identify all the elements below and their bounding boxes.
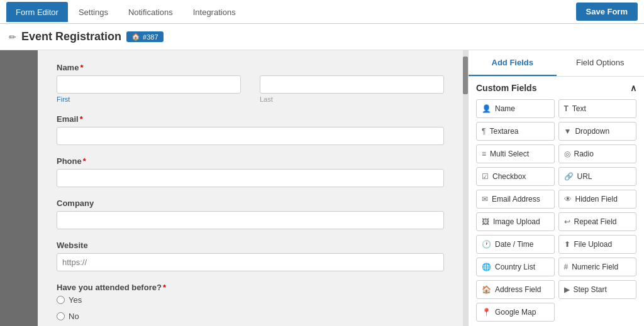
hidden-field-icon: 👁 xyxy=(564,195,572,204)
website-label: Website xyxy=(57,241,444,250)
field-btn-address-field[interactable]: 🏠 Address Field xyxy=(476,280,555,299)
field-btn-radio[interactable]: ◎ Radio xyxy=(558,144,637,163)
form-title: Event Registration xyxy=(21,30,121,43)
radio-yes[interactable]: Yes xyxy=(57,295,444,305)
top-nav: Form Editor Settings Notifications Integ… xyxy=(0,0,644,24)
email-input[interactable] xyxy=(57,127,444,145)
left-gutter xyxy=(0,50,38,326)
attended-radio-group: Yes No xyxy=(57,295,444,324)
company-label: Company xyxy=(57,198,444,208)
custom-fields-section: Custom Fields ∧ 👤 Name T Text ¶ Textarea… xyxy=(469,77,644,326)
field-btn-repeat-field[interactable]: ↩ Repeat Field xyxy=(558,212,637,231)
form-canvas: Name* First Last Email* P xyxy=(38,50,463,326)
form-title-bar: ✏ Event Registration 🏠 #387 xyxy=(0,24,644,50)
website-input[interactable] xyxy=(57,253,444,271)
checkbox-icon: ☑ xyxy=(482,172,489,181)
collapse-icon: ∧ xyxy=(630,83,636,93)
panel-tab-field-options[interactable]: Field Options xyxy=(557,50,645,76)
field-btn-step-start[interactable]: ▶ Step Start xyxy=(558,280,637,299)
edit-icon: ✏ xyxy=(9,32,16,42)
image-upload-icon: 🖼 xyxy=(482,217,489,226)
save-button[interactable]: Save Form xyxy=(576,3,638,21)
radio-no-input[interactable] xyxy=(57,312,65,320)
field-btn-image-upload[interactable]: 🖼 Image Upload xyxy=(476,212,555,231)
main-layout: Name* First Last Email* P xyxy=(0,50,644,326)
radio-no-label: No xyxy=(69,312,79,321)
tab-notifications[interactable]: Notifications xyxy=(119,2,182,22)
field-btn-textarea[interactable]: ¶ Textarea xyxy=(476,122,555,141)
form-id-badge[interactable]: 🏠 #387 xyxy=(126,31,163,42)
phone-label: Phone* xyxy=(57,156,444,166)
country-list-icon: 🌐 xyxy=(482,263,491,271)
dropdown-icon: ▼ xyxy=(564,127,572,136)
name-row: First Last xyxy=(57,75,444,103)
last-name-field: Last xyxy=(260,75,444,103)
field-btn-datetime[interactable]: 🕐 Date / Time xyxy=(476,235,555,254)
email-field-group: Email* xyxy=(57,114,444,145)
google-map-icon: 📍 xyxy=(482,308,491,317)
company-input[interactable] xyxy=(57,211,444,229)
badge-icon: 🏠 xyxy=(131,33,140,41)
file-upload-icon: ⬆ xyxy=(564,240,570,249)
text-icon: T xyxy=(564,104,569,113)
field-btn-text[interactable]: T Text xyxy=(558,99,637,118)
field-btn-hidden-field[interactable]: 👁 Hidden Field xyxy=(558,190,637,209)
attended-field-group: Have you attended before?* Yes No xyxy=(57,283,444,324)
radio-yes-label: Yes xyxy=(69,295,82,305)
step-start-icon: ▶ xyxy=(564,285,570,294)
scroll-thumb[interactable] xyxy=(463,57,468,94)
repeat-field-icon: ↩ xyxy=(564,217,570,226)
tab-integrations[interactable]: Integrations xyxy=(184,2,245,22)
phone-field-group: Phone* xyxy=(57,156,444,187)
radio-no[interactable]: No xyxy=(57,312,444,321)
field-btn-google-map[interactable]: 📍 Google Map xyxy=(476,303,555,322)
first-name-field: First xyxy=(57,75,241,103)
last-name-input[interactable] xyxy=(260,75,444,94)
email-address-icon: ✉ xyxy=(482,195,488,204)
company-field-group: Company xyxy=(57,198,444,229)
field-btn-multiselect[interactable]: ≡ Multi Select xyxy=(476,144,555,163)
first-name-input[interactable] xyxy=(57,75,241,94)
multiselect-icon: ≡ xyxy=(482,149,486,158)
name-icon: 👤 xyxy=(482,104,491,113)
numeric-field-icon: # xyxy=(564,263,569,271)
radio-yes-input[interactable] xyxy=(57,296,65,304)
datetime-icon: 🕐 xyxy=(482,240,491,249)
field-btn-file-upload[interactable]: ⬆ File Upload xyxy=(558,235,637,254)
right-panel: Add Fields Field Options Custom Fields ∧… xyxy=(468,50,644,326)
email-label: Email* xyxy=(57,114,444,124)
website-field-group: Website xyxy=(57,241,444,271)
radio-icon: ◎ xyxy=(564,149,570,158)
scroll-indicator xyxy=(463,50,468,326)
field-btn-dropdown[interactable]: ▼ Dropdown xyxy=(558,122,637,141)
name-label: Name* xyxy=(57,63,444,72)
tab-form-editor[interactable]: Form Editor xyxy=(6,2,68,22)
field-btn-email-address[interactable]: ✉ Email Address xyxy=(476,190,555,209)
required-indicator: * xyxy=(163,283,166,292)
field-btn-country-list[interactable]: 🌐 Country List xyxy=(476,258,555,276)
required-indicator: * xyxy=(83,156,86,166)
tab-settings[interactable]: Settings xyxy=(69,2,118,22)
field-btn-checkbox[interactable]: ☑ Checkbox xyxy=(476,167,555,186)
panel-tabs: Add Fields Field Options xyxy=(469,50,644,77)
name-field-group: Name* First Last xyxy=(57,63,444,103)
phone-input[interactable] xyxy=(57,169,444,187)
first-name-hint: First xyxy=(57,95,241,103)
textarea-icon: ¶ xyxy=(482,127,486,136)
custom-fields-grid: 👤 Name T Text ¶ Textarea ▼ Dropdown ≡ xyxy=(476,99,636,322)
badge-id: #387 xyxy=(143,33,158,41)
custom-fields-header[interactable]: Custom Fields ∧ xyxy=(476,83,636,93)
field-btn-numeric-field[interactable]: # Numeric Field xyxy=(558,258,637,276)
last-name-hint: Last xyxy=(260,95,444,103)
required-indicator: * xyxy=(80,63,83,72)
field-btn-url[interactable]: 🔗 URL xyxy=(558,167,637,186)
field-btn-name[interactable]: 👤 Name xyxy=(476,99,555,118)
address-field-icon: 🏠 xyxy=(482,285,491,294)
panel-tab-add-fields[interactable]: Add Fields xyxy=(469,50,557,76)
attended-label: Have you attended before?* xyxy=(57,283,444,292)
required-indicator: * xyxy=(80,114,83,124)
url-icon: 🔗 xyxy=(564,172,574,181)
